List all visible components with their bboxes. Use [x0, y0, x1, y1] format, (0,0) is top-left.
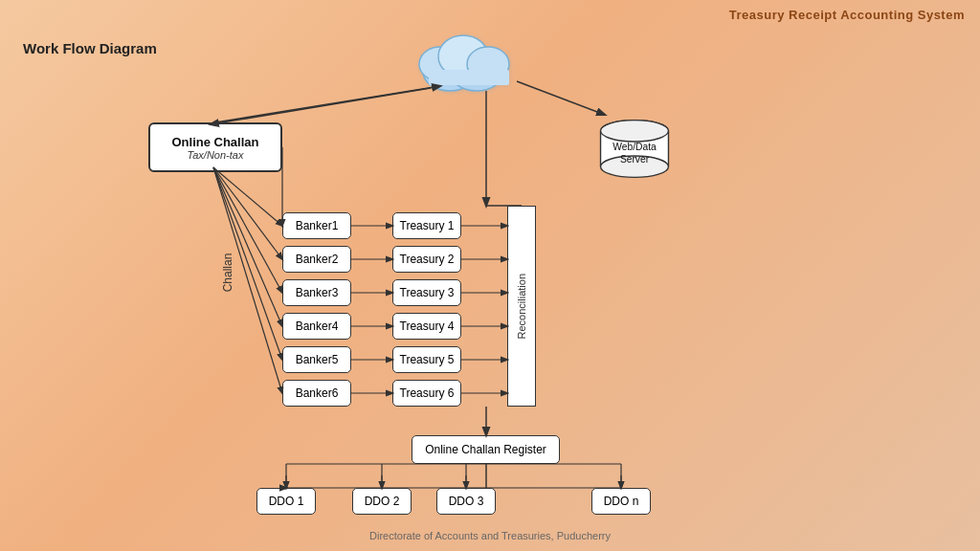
treasury6-box: Treasury 6	[392, 380, 461, 407]
treasury5-box: Treasury 5	[392, 346, 461, 373]
reconciliation-label: Reconciliation	[516, 274, 527, 339]
challan-label: Challan	[221, 253, 234, 293]
online-challan-title: Online Challan	[171, 135, 258, 149]
web-data-server: Web/Data Server	[591, 115, 678, 182]
online-challan-subtitle: Tax/Non-tax	[188, 149, 244, 161]
banker1-box: Banker1	[282, 212, 351, 239]
treasury3-box: Treasury 3	[392, 279, 461, 306]
banker2-box: Banker2	[282, 246, 351, 273]
svg-text:Server: Server	[620, 154, 650, 165]
svg-rect-5	[429, 70, 509, 85]
ddo2-box: DDO 2	[352, 488, 412, 515]
page-title: Work Flow Diagram	[23, 40, 157, 56]
svg-text:Web/Data: Web/Data	[612, 142, 657, 152]
banker6-box: Banker6	[282, 380, 351, 407]
treasury1-box: Treasury 1	[392, 212, 461, 239]
banker3-box: Banker3	[282, 279, 351, 306]
svg-line-22	[213, 167, 282, 326]
ddon-box: DDO n	[591, 488, 651, 515]
online-challan-box: Online Challan Tax/Non-tax	[148, 122, 282, 172]
challan-register-box: Online Challan Register	[412, 435, 560, 464]
ddo3-box: DDO 3	[436, 488, 496, 515]
treasury4-box: Treasury 4	[392, 313, 461, 340]
cloud-icon	[402, 17, 536, 103]
svg-point-11	[601, 121, 669, 142]
svg-line-19	[213, 167, 282, 226]
treasury2-box: Treasury 2	[392, 246, 461, 273]
ddo1-box: DDO 1	[256, 488, 316, 515]
banker4-box: Banker4	[282, 313, 351, 340]
svg-line-20	[213, 167, 282, 259]
svg-line-15	[211, 88, 431, 124]
reconciliation-box: Reconciliation	[507, 206, 536, 407]
footer-text: Directorate of Accounts and Treasuries, …	[369, 530, 611, 541]
banker5-box: Banker5	[282, 346, 351, 373]
app-title: Treasury Receipt Accounting System	[729, 8, 965, 22]
